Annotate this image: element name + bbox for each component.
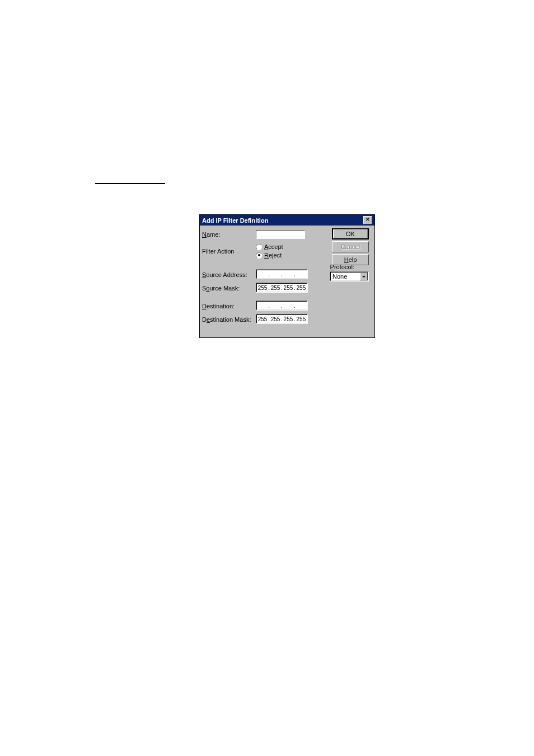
reject-label: Reject — [264, 252, 282, 259]
source-mask-input[interactable]: 255. 255. 255. 255 — [256, 283, 308, 293]
destination-mask-label: Destination Mask: — [202, 316, 251, 323]
close-button[interactable]: ✕ — [363, 216, 372, 224]
ip-octet[interactable]: 255 — [283, 316, 293, 322]
destination-label: Destination: — [202, 303, 235, 309]
filter-action-label: Filter Action — [202, 248, 234, 255]
chevron-down-icon — [362, 276, 366, 278]
ok-button[interactable]: OK — [332, 228, 369, 240]
source-address-label: Source Address: — [202, 271, 247, 278]
cancel-button[interactable]: Cancel — [332, 241, 369, 252]
cancel-button-label: Cancel — [341, 243, 360, 250]
source-address-input[interactable]: . . . — [256, 269, 308, 279]
button-panel: OK Cancel Help — [332, 228, 369, 265]
ok-button-label: OK — [346, 231, 355, 237]
ip-octet[interactable]: 255 — [257, 316, 268, 322]
destination-input[interactable]: . . . — [256, 300, 308, 311]
destination-mask-input[interactable]: 255. 255. 255. 255 — [256, 314, 308, 324]
dialog-titlebar: Add IP Filter Definition ✕ — [200, 215, 374, 226]
name-input[interactable] — [256, 230, 305, 239]
radio-icon — [256, 252, 262, 259]
dropdown-arrow — [360, 273, 368, 280]
protocol-selected-value: None — [332, 273, 347, 280]
protocol-label: Protocol: — [330, 264, 354, 270]
ip-octet[interactable]: 255 — [270, 285, 280, 291]
dialog-title: Add IP Filter Definition — [202, 217, 268, 224]
help-button-label: Help — [344, 256, 357, 263]
add-ip-filter-dialog: Add IP Filter Definition ✕ Name: Filter … — [199, 214, 375, 338]
accept-label: Accept — [264, 243, 283, 250]
ip-octet[interactable]: 255 — [270, 316, 280, 322]
radio-selected-icon — [258, 254, 260, 256]
close-icon: ✕ — [366, 217, 370, 222]
protocol-select[interactable]: None — [330, 271, 369, 281]
ip-octet[interactable]: 255 — [257, 285, 268, 291]
radio-icon — [256, 244, 262, 250]
name-label: Name: — [202, 231, 220, 238]
reject-radio[interactable]: Reject — [256, 252, 283, 259]
ip-octet[interactable]: 255 — [283, 285, 293, 291]
source-mask-label: Source Mask: — [202, 285, 240, 292]
ip-octet[interactable]: 255 — [296, 316, 306, 322]
decorative-underline — [95, 183, 165, 184]
ip-octet[interactable]: 255 — [296, 285, 306, 291]
accept-radio[interactable]: Accept — [256, 243, 283, 250]
filter-action-radio-group: Accept Reject — [256, 243, 283, 259]
dialog-body: Name: Filter Action Accept Reject Sou — [200, 226, 374, 337]
